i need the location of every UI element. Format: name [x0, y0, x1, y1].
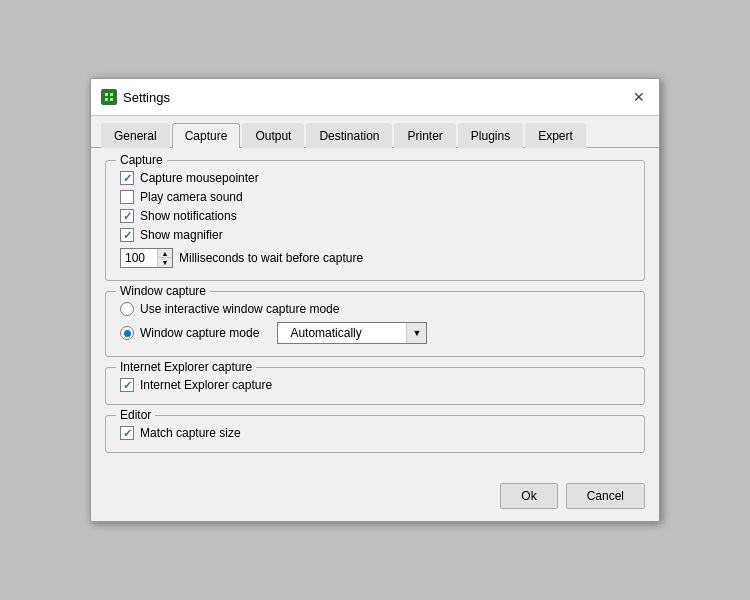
capture-mousepointer-label: Capture mousepointer	[140, 171, 259, 185]
ie-capture-group-label: Internet Explorer capture	[116, 360, 256, 374]
tab-content: Capture Capture mousepointer Play camera…	[91, 148, 659, 475]
ms-input-field: ▲ ▼	[120, 248, 173, 268]
show-notifications-checkbox[interactable]	[120, 209, 134, 223]
milliseconds-row: ▲ ▼ Milliseconds to wait before capture	[120, 248, 630, 268]
ie-capture-row: Internet Explorer capture	[120, 378, 630, 392]
close-button[interactable]: ✕	[629, 87, 649, 107]
window-capture-dropdown[interactable]: Automatically ▼	[277, 322, 427, 344]
ms-decrement-button[interactable]: ▼	[158, 258, 172, 267]
interactive-mode-radio[interactable]	[120, 302, 134, 316]
play-camera-sound-checkbox[interactable]	[120, 190, 134, 204]
svg-rect-3	[105, 98, 108, 101]
show-magnifier-row: Show magnifier	[120, 228, 630, 242]
show-notifications-row: Show notifications	[120, 209, 630, 223]
ms-increment-button[interactable]: ▲	[158, 249, 172, 258]
window-capture-mode-row: Window capture mode Automatically ▼	[120, 322, 630, 344]
play-camera-sound-row: Play camera sound	[120, 190, 630, 204]
svg-rect-0	[103, 91, 115, 103]
cancel-button[interactable]: Cancel	[566, 483, 645, 509]
show-notifications-label: Show notifications	[140, 209, 237, 223]
ie-capture-checkbox[interactable]	[120, 378, 134, 392]
ie-capture-label: Internet Explorer capture	[140, 378, 272, 392]
svg-rect-4	[110, 98, 113, 101]
title-bar-left: Settings	[101, 89, 170, 105]
tab-plugins[interactable]: Plugins	[458, 123, 523, 148]
match-capture-size-label: Match capture size	[140, 426, 241, 440]
match-capture-size-row: Match capture size	[120, 426, 630, 440]
title-bar: Settings ✕	[91, 79, 659, 116]
window-capture-group: Window capture Use interactive window ca…	[105, 291, 645, 357]
window-capture-mode-label: Window capture mode	[140, 326, 259, 340]
automatically-select[interactable]: Automatically ▼	[277, 322, 427, 344]
play-camera-sound-label: Play camera sound	[140, 190, 243, 204]
interactive-mode-row: Use interactive window capture mode	[120, 302, 630, 316]
tab-printer[interactable]: Printer	[394, 123, 455, 148]
capture-mousepointer-checkbox[interactable]	[120, 171, 134, 185]
tab-destination[interactable]: Destination	[306, 123, 392, 148]
ms-spinner: ▲ ▼	[157, 249, 172, 267]
tab-capture[interactable]: Capture	[172, 123, 241, 148]
ms-input[interactable]	[121, 249, 157, 267]
window-capture-mode-radio[interactable]	[120, 326, 134, 340]
capture-group-label: Capture	[116, 153, 167, 167]
dialog-footer: Ok Cancel	[91, 475, 659, 521]
ms-label: Milliseconds to wait before capture	[179, 251, 363, 265]
app-icon	[101, 89, 117, 105]
dropdown-arrow: ▼	[406, 323, 426, 343]
interactive-mode-label: Use interactive window capture mode	[140, 302, 339, 316]
ie-capture-group: Internet Explorer capture Internet Explo…	[105, 367, 645, 405]
tab-output[interactable]: Output	[242, 123, 304, 148]
tab-general[interactable]: General	[101, 123, 170, 148]
dialog-title: Settings	[123, 90, 170, 105]
tab-bar: General Capture Output Destination Print…	[91, 116, 659, 148]
match-capture-size-checkbox[interactable]	[120, 426, 134, 440]
window-capture-group-label: Window capture	[116, 284, 210, 298]
dropdown-value: Automatically	[286, 326, 361, 340]
svg-rect-1	[105, 93, 108, 96]
show-magnifier-checkbox[interactable]	[120, 228, 134, 242]
editor-group: Editor Match capture size	[105, 415, 645, 453]
capture-mousepointer-row: Capture mousepointer	[120, 171, 630, 185]
capture-group: Capture Capture mousepointer Play camera…	[105, 160, 645, 281]
show-magnifier-label: Show magnifier	[140, 228, 223, 242]
tab-expert[interactable]: Expert	[525, 123, 586, 148]
settings-dialog: Settings ✕ General Capture Output Destin…	[90, 78, 660, 522]
ok-button[interactable]: Ok	[500, 483, 557, 509]
editor-group-label: Editor	[116, 408, 155, 422]
svg-rect-2	[110, 93, 113, 96]
